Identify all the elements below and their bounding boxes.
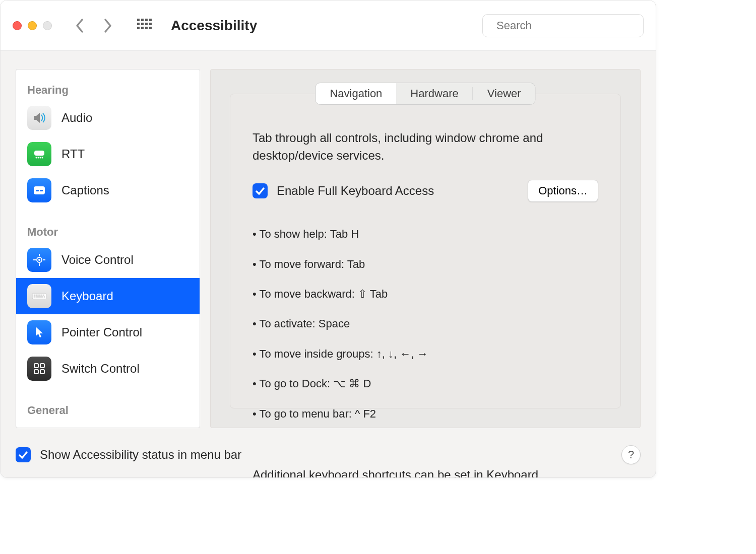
sidebar-item-audio[interactable]: Audio [16,100,200,136]
svg-rect-5 [141,23,144,25]
search-input[interactable] [495,19,636,33]
search-field-container[interactable] [482,14,644,37]
svg-rect-34 [43,295,45,296]
grid-icon [137,18,152,33]
checkmark-icon [255,186,265,196]
toolbar: Accessibility [1,1,656,51]
sidebar-item-rtt[interactable]: RTT [16,136,200,172]
captions-icon [27,178,51,202]
svg-rect-31 [37,295,39,296]
svg-rect-36 [36,297,43,298]
svg-point-16 [38,157,39,159]
tab-navigation[interactable]: Navigation [316,83,396,104]
chevron-left-icon [75,18,85,33]
svg-rect-40 [34,370,38,374]
sidebar-item-voice-control[interactable]: Voice Control [16,242,200,278]
back-button[interactable] [71,17,89,35]
enable-full-keyboard-access-row: Enable Full Keyboard Access Options… [253,180,598,202]
sidebar-item-label: Switch Control [61,362,140,376]
sidebar[interactable]: Hearing Audio RTT Captions Motor [16,69,200,428]
show-accessibility-status-label: Show Accessibility status in menu bar [40,448,241,462]
sidebar-section-motor: Motor [16,219,200,242]
svg-rect-7 [149,23,152,25]
hint-line: To activate: Space [253,316,598,331]
hint-line: To move inside groups: ↑, ↓, ←, → [253,347,598,362]
svg-point-15 [36,157,37,159]
forward-button[interactable] [98,17,116,35]
sidebar-item-switch-control[interactable]: Switch Control [16,351,200,387]
help-button[interactable]: ? [621,445,641,464]
window-traffic-lights [13,21,52,30]
sidebar-item-label: Keyboard [61,289,113,303]
tab-segmented-control: Navigation Hardware Viewer [315,83,535,105]
svg-rect-14 [34,151,44,156]
svg-rect-21 [40,190,43,191]
options-button[interactable]: Options… [528,180,598,202]
checkmark-icon [18,450,28,460]
show-accessibility-status-checkbox[interactable] [16,447,31,462]
sidebar-item-keyboard[interactable]: Keyboard [16,278,200,314]
enable-full-keyboard-access-label: Enable Full Keyboard Access [277,184,434,198]
svg-point-17 [40,157,41,159]
hint-line: To go to Dock: ⌥ ⌘ D [253,376,598,391]
minimize-window-button[interactable] [28,21,37,30]
phone-tty-icon [27,142,51,166]
svg-rect-28 [32,293,46,299]
svg-rect-19 [34,186,45,194]
sidebar-section-general: General [16,397,200,420]
svg-rect-6 [145,23,148,25]
search-icon [490,20,490,31]
speaker-icon [27,106,51,130]
svg-rect-41 [40,370,44,374]
sidebar-item-pointer-control[interactable]: Pointer Control [16,314,200,351]
sidebar-item-label: Voice Control [61,253,134,267]
svg-rect-37 [44,297,45,298]
svg-rect-2 [145,19,148,21]
sidebar-item-label: RTT [61,147,85,161]
svg-rect-3 [149,19,152,21]
svg-rect-9 [141,27,144,29]
svg-rect-39 [40,364,44,368]
enable-full-keyboard-access-checkbox[interactable] [253,183,268,198]
switch-control-icon [27,357,51,381]
additional-shortcuts-text: Additional keyboard shortcuts can be set… [253,466,598,478]
svg-rect-30 [36,295,37,296]
svg-rect-10 [145,27,148,29]
svg-rect-33 [41,295,43,296]
main-panel: Navigation Hardware Viewer Tab through a… [210,69,641,428]
svg-rect-29 [34,295,35,296]
sidebar-item-label: Pointer Control [61,325,142,339]
svg-rect-0 [137,19,140,21]
svg-rect-32 [39,295,41,296]
pane-title: Accessibility [171,18,257,34]
zoom-window-button[interactable] [43,21,52,30]
hint-line: To go to menu bar: ^ F2 [253,406,598,422]
keyboard-icon [27,284,51,308]
hint-line: To move forward: Tab [253,257,598,272]
close-window-button[interactable] [13,21,22,30]
svg-rect-11 [149,27,152,29]
svg-rect-1 [141,19,144,21]
svg-point-23 [38,259,40,261]
tab-viewer[interactable]: Viewer [473,83,535,104]
footer: Show Accessibility status in menu bar ? [16,445,641,464]
svg-point-12 [490,25,490,26]
sidebar-item-captions[interactable]: Captions [16,172,200,209]
tab-hardware[interactable]: Hardware [396,83,472,104]
chevron-right-icon [102,18,112,33]
sidebar-item-label: Audio [61,111,92,125]
svg-rect-4 [137,23,140,25]
hint-line: To move backward: ⇧ Tab [253,287,598,302]
sidebar-section-hearing: Hearing [16,77,200,100]
sidebar-item-label: Captions [61,183,109,197]
svg-rect-8 [137,27,140,29]
svg-rect-35 [34,297,35,298]
shortcut-hints: To show help: Tab H To move forward: Tab… [253,212,598,436]
lead-text: Tab through all controls, including wind… [253,129,598,165]
svg-rect-38 [34,364,38,368]
svg-point-18 [42,157,43,159]
show-all-preferences-button[interactable] [137,18,152,33]
inner-content-panel: Tab through all controls, including wind… [230,94,621,408]
accessibility-preferences-window: Accessibility Hearing Audio RTT [0,0,656,478]
hint-line: To show help: Tab H [253,227,598,242]
